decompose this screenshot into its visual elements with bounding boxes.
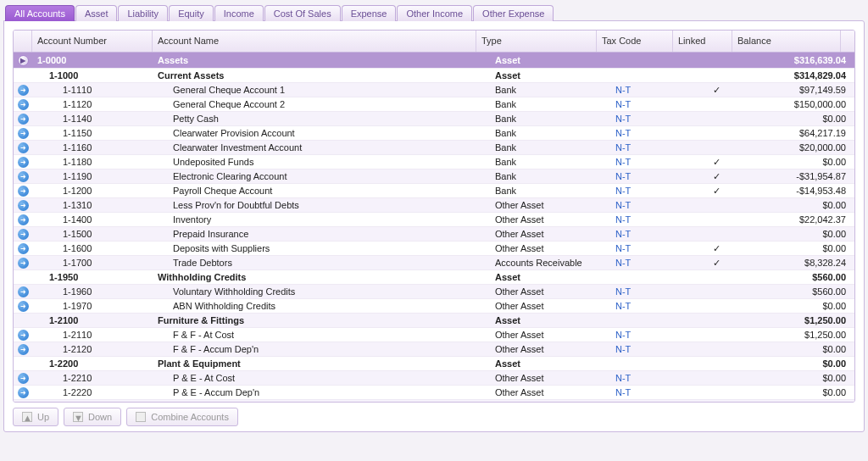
table-row[interactable]: ➜1-1600Deposits with SuppliersOther Asse…	[14, 242, 854, 256]
table-row[interactable]: ➜1-1120General Cheque Account 2BankN-T$1…	[14, 97, 854, 112]
table-row[interactable]: ➜1-1310Less Prov'n for Doubtful DebtsOth…	[14, 198, 854, 213]
cell-account-number: 1-1120	[32, 97, 153, 111]
row-expand-icon[interactable]: ➜	[14, 373, 32, 384]
cell-linked	[687, 371, 746, 385]
table-row[interactable]: ➜1-1500Prepaid InsuranceOther AssetN-T$0…	[14, 227, 854, 242]
row-expand-icon[interactable]: ➜	[14, 301, 32, 312]
table-row[interactable]: ➜1-2210P & E - At CostOther AssetN-T$0.0…	[14, 371, 854, 386]
cell-linked: ✓	[687, 169, 746, 183]
cell-tax-code	[610, 270, 687, 284]
cell-type: Other Asset	[490, 328, 610, 342]
table-row[interactable]: ➜1-2220P & E - Accum Dep'nOther AssetN-T…	[14, 386, 854, 400]
row-expand-icon[interactable]: ▶	[14, 55, 32, 66]
row-expand-icon[interactable]: ➜	[14, 229, 32, 240]
table-row[interactable]: ➜1-2110F & F - At CostOther AssetN-T$1,2…	[14, 328, 854, 342]
tab-cost-of-sales[interactable]: Cost Of Sales	[264, 5, 341, 21]
cell-account-number: 1-2200	[32, 357, 153, 370]
header-tax-code[interactable]: Tax Code	[597, 31, 673, 52]
table-row[interactable]: ➜1-1110General Cheque Account 1BankN-T✓$…	[14, 83, 854, 97]
tab-expense[interactable]: Expense	[342, 5, 397, 21]
table-row[interactable]: ➜1-1140Petty CashBankN-T$0.00	[14, 112, 854, 126]
tab-liability[interactable]: Liability	[118, 5, 168, 21]
cell-account-number: 1-2120	[32, 342, 153, 356]
table-row[interactable]: 1-1000Current AssetsAsset$314,829.04	[14, 69, 854, 83]
cell-account-number: 1-1190	[32, 169, 153, 183]
up-button[interactable]: ▲Up	[13, 408, 58, 426]
cell-account-name: Clearwater Provision Account	[153, 126, 490, 140]
header-account-number[interactable]: Account Number	[32, 31, 153, 52]
row-expand-icon[interactable]: ➜	[14, 157, 32, 168]
table-row[interactable]: ➜1-1150Clearwater Provision AccountBankN…	[14, 126, 854, 141]
cell-tax-code: N-T	[610, 256, 687, 269]
header-balance[interactable]: Balance	[732, 31, 841, 52]
cell-account-number: 1-1970	[32, 299, 153, 313]
cell-account-name: Plant & Equipment	[153, 357, 490, 370]
row-expand-icon[interactable]: ➜	[14, 344, 32, 355]
cell-type: Bank	[490, 126, 610, 140]
cell-account-name: Petty Cash	[153, 112, 490, 125]
cell-linked	[687, 97, 746, 111]
row-expand-icon[interactable]: ➜	[14, 128, 32, 139]
cell-balance: $0.00	[746, 342, 854, 356]
table-row[interactable]: ➜1-1180Undeposited FundsBankN-T✓$0.00	[14, 155, 854, 169]
row-expand-icon[interactable]: ➜	[14, 214, 32, 225]
table-row[interactable]: ➜1-1970ABN Withholding CreditsOther Asse…	[14, 299, 854, 314]
cell-linked	[687, 299, 746, 313]
tab-equity[interactable]: Equity	[169, 5, 214, 21]
tab-income[interactable]: Income	[214, 5, 264, 21]
row-expand-icon[interactable]: ➜	[14, 243, 32, 254]
table-row[interactable]: 1-2300Motor VehiclesAsset$0.00	[14, 400, 854, 402]
row-expand-icon[interactable]: ➜	[14, 114, 32, 125]
cell-tax-code: N-T	[610, 83, 687, 97]
row-expand-icon[interactable]: ➜	[14, 200, 32, 211]
row-expand-icon[interactable]: ➜	[14, 99, 32, 110]
cell-balance: $22,042.37	[746, 213, 854, 226]
table-row[interactable]: ➜1-2120F & F - Accum Dep'nOther AssetN-T…	[14, 342, 854, 357]
row-expand-icon[interactable]: ➜	[14, 186, 32, 197]
cell-linked: ✓	[687, 256, 746, 269]
cell-linked	[687, 126, 746, 140]
grid-rows[interactable]: ▶1-0000AssetsAsset$316,639.041-1000Curre…	[14, 53, 854, 402]
tab-asset[interactable]: Asset	[75, 5, 118, 21]
cell-balance: $0.00	[746, 299, 854, 313]
table-row[interactable]: ➜1-1700Trade DebtorsAccounts ReceivableN…	[14, 256, 854, 270]
row-expand-icon[interactable]: ➜	[14, 258, 32, 269]
header-linked[interactable]: Linked	[673, 31, 732, 52]
row-expand-icon[interactable]: ➜	[14, 171, 32, 182]
cell-account-name: Furniture & Fittings	[153, 314, 490, 327]
cell-tax-code: N-T	[610, 169, 687, 183]
table-row[interactable]: ➜1-1400InventoryOther AssetN-T$22,042.37	[14, 213, 854, 227]
combine-accounts-button[interactable]: Combine Accounts	[126, 408, 238, 426]
footer-toolbar: ▲Up ▼Down Combine Accounts	[13, 403, 855, 426]
row-expand-icon[interactable]: ➜	[14, 85, 32, 96]
table-row[interactable]: ➜1-1160Clearwater Investment AccountBank…	[14, 141, 854, 155]
table-row[interactable]: ➜1-1200Payroll Cheque AccountBankN-T✓-$1…	[14, 184, 854, 198]
row-expand-icon[interactable]: ➜	[14, 330, 32, 341]
tab-other-income[interactable]: Other Income	[397, 5, 472, 21]
cell-balance: $20,000.00	[746, 141, 854, 154]
row-expand-icon[interactable]: ➜	[14, 142, 32, 153]
cell-account-name: ABN Withholding Credits	[153, 299, 490, 313]
table-row[interactable]: ➜1-1190Electronic Clearing AccountBankN-…	[14, 169, 854, 184]
table-row[interactable]: 1-2100Furniture & FittingsAsset$1,250.00	[14, 314, 854, 328]
table-row[interactable]: 1-2200Plant & EquipmentAsset$0.00	[14, 357, 854, 371]
table-row[interactable]: ➜1-1960Voluntary Withholding CreditsOthe…	[14, 285, 854, 299]
cell-linked	[687, 198, 746, 212]
row-expand-icon[interactable]: ➜	[14, 286, 32, 297]
row-expand-icon[interactable]: ➜	[14, 387, 32, 398]
cell-balance: $0.00	[746, 242, 854, 255]
cell-balance: $64,217.19	[746, 126, 854, 140]
down-button[interactable]: ▼Down	[64, 408, 121, 426]
table-row[interactable]: 1-1950Withholding CreditsAsset$560.00	[14, 270, 854, 285]
cell-linked	[687, 285, 746, 298]
tab-all-accounts[interactable]: All Accounts	[5, 5, 75, 21]
cell-balance: $150,000.00	[746, 97, 854, 111]
header-account-name[interactable]: Account Name	[153, 31, 476, 52]
table-row[interactable]: ▶1-0000AssetsAsset$316,639.04	[14, 53, 854, 69]
header-type[interactable]: Type	[476, 31, 597, 52]
cell-balance: $0.00	[746, 155, 854, 169]
cell-balance: $560.00	[746, 270, 854, 284]
tab-other-expense[interactable]: Other Expense	[473, 5, 554, 21]
cell-account-number: 1-2210	[32, 371, 153, 385]
cell-type: Asset	[490, 53, 610, 68]
